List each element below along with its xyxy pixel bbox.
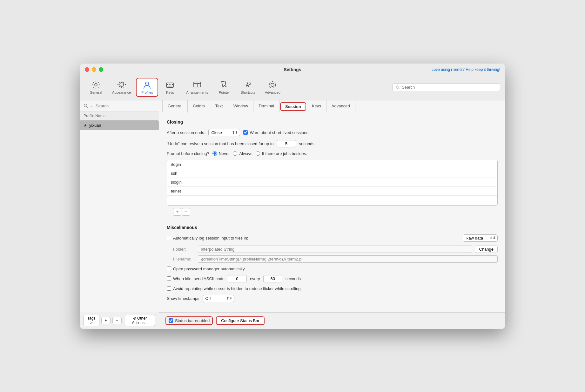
sidebar-search-icon [84,104,88,108]
divider [167,221,498,221]
sidebar-search-input[interactable] [96,104,155,108]
toolbar: General Appearance Profiles [80,75,505,100]
toolbar-search-box [392,83,500,91]
prompt-if-jobs-radio[interactable] [256,151,260,156]
idle-send-checkbox[interactable] [167,276,171,281]
password-manager-checkbox[interactable] [167,267,171,271]
avoid-repainting-label: Avoid repainting while cursor is hidden … [167,286,301,291]
subtab-colors[interactable]: Colors [188,100,210,113]
warn-sessions-checkbox[interactable] [243,130,248,135]
toolbar-label-advanced: Advanced [265,91,280,94]
prompt-label: Prompt before closing? [167,151,209,156]
subtab-text[interactable]: Text [210,100,228,113]
svg-point-12 [271,83,274,86]
undo-seconds-label: seconds [299,141,314,146]
password-manager-label: Open password manager automatically [167,267,245,271]
svg-point-16 [84,104,87,107]
subtab-window[interactable]: Window [228,100,253,113]
jobs-list: rlogin ssh slogin telnet [167,160,498,206]
subtab-session[interactable]: Session [280,102,306,111]
status-bar-label: Status bar enabled [165,316,213,325]
svg-point-13 [269,82,276,88]
profile-list-header: Profile Name [80,112,159,120]
svg-point-2 [145,82,149,85]
idle-seconds-input[interactable] [263,275,282,282]
settings-content: Closing After a session ends: Close ⬆⬇ W… [159,113,505,312]
auto-log-label: Automatically log session input to files… [167,236,248,240]
prompt-always-text: Always [239,151,252,156]
remove-profile-button[interactable]: − [112,317,122,324]
idle-seconds-label: seconds [286,276,301,281]
avoid-repainting-checkbox[interactable] [167,286,171,291]
after-session-select[interactable]: Close [208,129,240,136]
idle-code-input[interactable] [228,275,247,282]
folder-row: Folder: Change [173,246,498,253]
after-session-row: After a session ends: Close ⬆⬇ Warn abou… [167,129,498,136]
main-content: ⌄ Profile Name ★ yixuan Tags > + − ⊙ Oth… [80,100,505,329]
timestamps-row: Show timestamps Off ⬆⬇ [167,295,498,302]
add-job-button[interactable]: + [173,208,181,216]
toolbar-item-shortcuts[interactable]: Shortcuts [236,78,259,96]
search-input[interactable] [402,85,497,90]
other-actions-button[interactable]: ⊙ Other Actions... [125,315,155,326]
help-link[interactable]: Love using iTerm2? Help keep it thriving… [432,67,500,72]
avoid-repainting-text: Avoid repainting while cursor is hidden … [173,286,301,291]
toolbar-item-general[interactable]: General [85,78,107,96]
idle-every-label: every [250,276,260,281]
prompt-never-radio[interactable] [212,151,217,156]
tags-button[interactable]: Tags > [84,315,99,326]
misc-section-title: Miscellaneous [167,225,498,230]
profile-name: yixuan [89,123,101,128]
status-bar-text: Status bar enabled [175,318,210,323]
minimize-button[interactable] [92,67,96,72]
toolbar-label-keys: Keys [166,91,174,94]
change-button[interactable]: Change [475,246,498,253]
idle-send-text: When idle, send ASCII code [173,276,225,281]
undo-seconds-input[interactable] [277,140,296,147]
password-manager-row: Open password manager automatically [167,267,498,271]
toolbar-item-keys[interactable]: Keys [159,78,181,96]
titlebar: Settings Love using iTerm2? Help keep it… [80,64,505,75]
configure-status-bar-button[interactable]: Configure Status Bar [216,316,265,325]
job-item-slogin: slogin [167,178,497,187]
svg-point-14 [396,85,399,88]
remove-job-button[interactable]: − [182,208,190,216]
timestamps-select[interactable]: Off [203,295,234,302]
subtab-advanced[interactable]: Advanced [326,100,355,113]
window-title: Settings [284,67,301,72]
raw-data-select[interactable]: Raw data [463,234,498,242]
subtab-terminal[interactable]: Terminal [253,100,279,113]
profile-item-yixuan[interactable]: ★ yixuan [80,120,159,130]
timestamps-label: Show timestamps [167,296,199,301]
svg-line-15 [399,88,400,89]
filename-input[interactable] [198,255,498,263]
toolbar-item-pointer[interactable]: Pointer [213,78,235,96]
toolbar-item-arrangements[interactable]: Arrangements [182,78,212,96]
prompt-always-radio[interactable] [233,151,237,156]
timestamps-select-wrapper: Off ⬆⬇ [203,295,234,302]
closing-section-title: Closing [167,119,498,125]
auto-log-checkbox[interactable] [167,236,171,240]
maximize-button[interactable] [99,67,103,72]
close-button[interactable] [85,67,89,72]
job-item-telnet: telnet [167,187,497,196]
jobs-list-buttons: + − [173,208,498,216]
sidebar: ⌄ Profile Name ★ yixuan Tags > + − ⊙ Oth… [80,100,159,329]
svg-line-17 [87,107,88,108]
subtab-general[interactable]: General [162,100,188,113]
subtab-keys[interactable]: Keys [307,100,326,113]
auto-log-text: Automatically log session input to files… [173,236,248,240]
toolbar-item-profiles[interactable]: Profiles [136,78,158,97]
jobs-list-empty-row [167,196,497,205]
bottom-bar: Status bar enabled Configure Status Bar [159,312,505,329]
toolbar-label-appearance: Appearance [112,91,131,94]
warn-sessions-label: Warn about short-lived sessions [243,130,308,135]
add-profile-button[interactable]: + [101,317,111,324]
toolbar-label-pointer: Pointer [219,91,230,94]
svg-point-0 [95,84,97,86]
toolbar-item-appearance[interactable]: Appearance [108,78,135,96]
status-bar-checkbox[interactable] [169,318,173,323]
after-session-label: After a session ends: [167,130,205,135]
folder-input[interactable] [198,246,472,253]
toolbar-item-advanced[interactable]: Advanced [260,78,285,96]
